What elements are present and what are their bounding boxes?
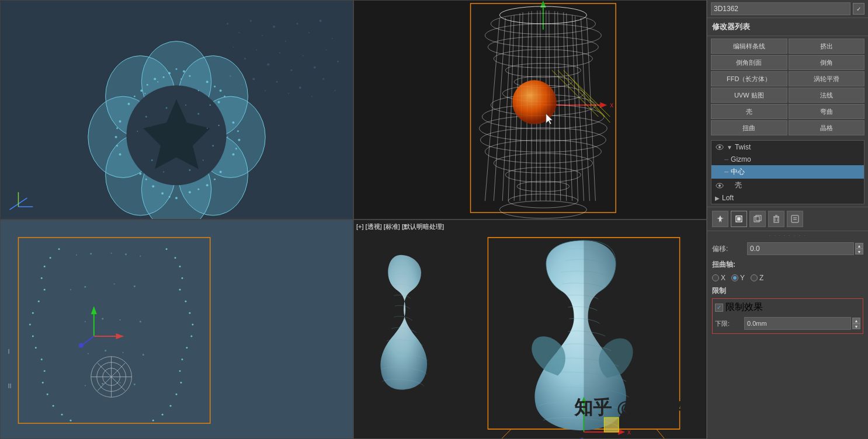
svg-point-65: [152, 185, 154, 187]
viewport-topleft[interactable]: [0, 0, 353, 220]
viewport-bottomleft[interactable]: I II: [0, 220, 353, 439]
radio-x[interactable]: [712, 274, 719, 281]
eye-icon-shell[interactable]: [715, 181, 724, 190]
spin-down[interactable]: ▼: [855, 249, 863, 255]
viewport-bottomright[interactable]: [+] [透视] [标准] [默认明暗处理]: [353, 220, 707, 439]
svg-point-92: [163, 171, 164, 172]
svg-point-182: [176, 393, 178, 395]
btn-twist[interactable]: 扭曲: [711, 120, 787, 135]
svg-point-61: [189, 191, 191, 193]
offset-input[interactable]: [747, 242, 854, 255]
svg-point-197: [120, 319, 121, 320]
svg-point-196: [102, 318, 103, 320]
svg-point-152: [58, 248, 60, 250]
svg-point-93: [189, 169, 190, 171]
svg-point-166: [53, 405, 54, 407]
btn-shell[interactable]: 壳: [711, 104, 787, 119]
limit-header: 限制: [712, 286, 863, 296]
svg-point-50: [224, 96, 225, 97]
svg-point-25: [265, 90, 266, 91]
eye-icon-twist[interactable]: [715, 142, 724, 152]
btn-bevel-profile[interactable]: 倒角剖面: [711, 55, 787, 70]
modifier-active-btn[interactable]: [731, 211, 747, 227]
btn-extrude[interactable]: 挤出: [789, 39, 865, 54]
watermark: 知乎 @3DMAX: [574, 395, 700, 421]
svg-point-8: [296, 23, 298, 25]
btn-lattice[interactable]: 晶格: [789, 120, 865, 135]
svg-point-28: [299, 86, 301, 89]
svg-text:x: x: [627, 428, 631, 436]
svg-point-87: [197, 113, 199, 114]
svg-point-79: [198, 90, 199, 91]
svg-rect-244: [756, 215, 761, 221]
axis-x[interactable]: X: [712, 274, 725, 282]
stack-item-loft[interactable]: ▶ Loft: [711, 192, 864, 204]
btn-edit-spline[interactable]: 编辑样条线: [711, 39, 787, 54]
settings-btn[interactable]: [787, 211, 803, 227]
svg-point-75: [140, 89, 143, 92]
svg-text:II: II: [8, 382, 12, 389]
lower-limit-label: 下限:: [715, 319, 744, 328]
btn-normal[interactable]: 法线: [789, 88, 865, 103]
modifier-stack: ▼ Twist ─ Gizmo ─ 中心 壳 ▶ Loft: [711, 140, 864, 204]
spin-up[interactable]: ▲: [855, 243, 863, 249]
viewport-topright[interactable]: x: [353, 0, 707, 220]
svg-point-76: [147, 84, 148, 86]
lower-limit-spinner[interactable]: ▲ ▼: [852, 318, 860, 329]
svg-point-73: [127, 103, 130, 105]
offset-spinner[interactable]: ▲ ▼: [855, 243, 863, 255]
svg-point-161: [35, 347, 37, 349]
stack-label-twist: Twist: [735, 143, 751, 151]
btn-ffd-box[interactable]: FFD（长方体）: [711, 71, 787, 86]
stack-toolbar: [707, 207, 868, 231]
delete-btn[interactable]: [768, 211, 784, 227]
stack-item-center[interactable]: ─ 中心: [711, 165, 864, 179]
btn-uvw-map[interactable]: UVW 贴图: [711, 88, 787, 103]
svg-point-167: [61, 414, 63, 416]
svg-point-193: [114, 283, 115, 284]
radio-y[interactable]: [731, 274, 738, 281]
lock-checkbox[interactable]: ✓: [853, 3, 864, 15]
svg-point-14: [256, 50, 257, 51]
svg-point-86: [185, 104, 186, 106]
svg-point-57: [220, 170, 222, 173]
pin-btn[interactable]: [712, 211, 728, 227]
stack-item-twist[interactable]: ▼ Twist: [711, 141, 864, 154]
svg-point-156: [44, 289, 46, 291]
svg-point-11: [332, 38, 333, 39]
svg-rect-250: [791, 215, 798, 222]
axis-z[interactable]: Z: [751, 274, 763, 282]
svg-rect-245: [774, 217, 779, 222]
svg-point-177: [190, 335, 192, 337]
btn-bend[interactable]: 弯曲: [789, 104, 865, 119]
svg-point-71: [116, 127, 118, 129]
svg-point-171: [179, 266, 180, 267]
axis-y[interactable]: Y: [731, 274, 745, 282]
svg-point-240: [718, 184, 721, 187]
lower-limit-row: 下限: ▲ ▼: [715, 316, 860, 331]
stack-item-shell[interactable]: 壳: [711, 179, 864, 192]
svg-point-55: [235, 148, 237, 149]
object-name-input[interactable]: [711, 2, 850, 15]
lower-spin-up[interactable]: ▲: [852, 318, 860, 323]
stack-item-gizmo[interactable]: ─ Gizmo: [711, 154, 864, 165]
svg-point-48: [214, 86, 216, 88]
lower-limit-input[interactable]: [744, 317, 851, 330]
svg-point-162: [41, 358, 43, 360]
btn-bevel[interactable]: 倒角: [789, 55, 865, 70]
svg-point-64: [161, 192, 164, 194]
svg-point-2: [227, 23, 228, 25]
svg-point-88: [207, 128, 208, 129]
btn-turbosmooth[interactable]: 涡轮平滑: [789, 71, 865, 86]
svg-text:I: I: [8, 348, 10, 355]
svg-point-52: [232, 121, 234, 124]
copy-btn[interactable]: [749, 211, 766, 227]
svg-point-164: [42, 382, 44, 384]
lower-spin-down[interactable]: ▼: [852, 323, 860, 329]
svg-rect-242: [737, 217, 741, 221]
svg-point-4: [250, 20, 252, 22]
limit-effect-checkbox[interactable]: [715, 304, 723, 312]
axis-y-label: Y: [740, 274, 745, 282]
radio-z[interactable]: [751, 274, 758, 281]
svg-point-56: [232, 154, 234, 156]
